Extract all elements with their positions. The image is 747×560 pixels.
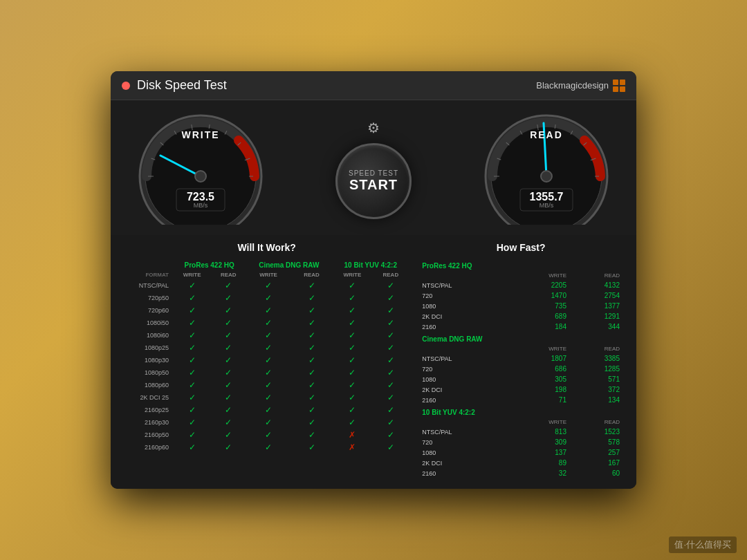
fast-write-cell: 89 [510,458,569,468]
col-group-prores: ProRes 422 HQ [173,259,246,270]
will-check-cell: ✓ [372,342,409,354]
fast-format-cell: 2160 [419,321,510,332]
fast-col-labels-row: WRITEREAD [419,418,622,427]
will-check-cell: ✓ [372,379,409,391]
will-check-cell: ✓ [173,404,211,416]
will-row: 1080p60✓✓✓✓✓✓ [124,379,409,391]
will-check-cell: ✓ [211,342,246,354]
fast-write-cell: 2205 [510,280,569,290]
fast-format-cell: 720 [419,290,510,301]
will-format-cell: 1080p50 [124,366,173,379]
brand-name: Blackmagicdesign [536,80,609,91]
fast-write-cell: 305 [510,374,569,384]
fast-format-cell: 720 [419,437,510,447]
will-check-cell: ✓ [246,354,290,366]
will-format-cell: 1080i60 [124,329,173,342]
write-gauge-container: WRITE 723.5 MB/s [131,114,270,225]
will-row: 2160p50✓✓✓✓✗✓ [124,429,409,441]
fast-write-cell: 1807 [510,353,569,364]
fast-col-label: READ [569,271,622,280]
write-gauge: WRITE 723.5 MB/s [131,114,270,225]
fast-read-cell: 2754 [569,290,622,301]
will-format-cell: 1080p30 [124,354,173,366]
will-row: 1080i60✓✓✓✓✓✓ [124,329,409,342]
settings-icon[interactable]: ⚙ [367,120,380,136]
fast-read-cell: 578 [569,437,622,447]
how-fast-table: ProRes 422 HQWRITEREADNTSC/PAL2205413272… [419,259,622,478]
fast-col-label: WRITE [510,271,569,280]
will-check-cell: ✓ [372,429,409,441]
fast-read-cell: 1377 [569,301,622,311]
will-check-cell: ✓ [291,329,332,342]
fast-col-label [419,344,510,353]
will-check-cell: ✓ [211,329,246,342]
will-check-cell: ✓ [291,416,332,429]
fast-write-cell: 32 [510,468,569,478]
fast-col-labels-row: WRITEREAD [419,344,622,353]
fast-data-row: 1080305571 [419,374,622,384]
will-check-cell: ✓ [173,429,211,441]
read-gauge-container: READ 1355.7 MB/s [477,114,616,225]
will-check-cell: ✓ [291,279,332,292]
will-check-cell: ✓ [246,304,290,317]
fast-data-row: NTSC/PAL8131523 [419,427,622,437]
will-check-cell: ✓ [211,317,246,329]
will-check-cell: ✓ [332,366,372,379]
will-check-cell: ✓ [211,379,246,391]
will-check-cell: ✓ [211,441,246,454]
will-check-cell: ✓ [246,279,290,292]
fast-group-header-row: ProRes 422 HQ [419,259,622,271]
will-check-cell: ✓ [332,404,372,416]
will-check-cell: ✓ [173,391,211,404]
will-check-cell: ✓ [291,304,332,317]
will-check-cell: ✓ [332,354,372,366]
will-check-cell: ✓ [291,354,332,366]
will-check-cell: ✓ [291,441,332,454]
will-check-cell: ✓ [211,429,246,441]
will-check-cell: ✓ [173,441,211,454]
start-button[interactable]: SPEED TEST START [335,143,412,219]
fast-read-cell: 372 [569,384,622,395]
will-check-cell: ✓ [332,304,372,317]
fast-write-cell: 686 [510,364,569,374]
fast-read-cell: 60 [569,468,622,478]
fast-read-cell: 257 [569,447,622,458]
fast-col-label: WRITE [510,344,569,353]
fast-write-cell: 198 [510,384,569,395]
close-button[interactable] [122,82,130,90]
fast-format-cell: NTSC/PAL [419,353,510,364]
fast-read-cell: 1291 [569,311,622,321]
will-check-cell: ✓ [291,391,332,404]
will-check-cell: ✓ [246,416,290,429]
svg-text:WRITE: WRITE [181,129,219,140]
will-it-work-title: Will It Work? [124,242,409,253]
fast-read-cell: 167 [569,458,622,468]
will-check-cell: ✓ [372,304,409,317]
fast-write-cell: 71 [510,395,569,405]
fast-data-row: 10807351377 [419,301,622,311]
will-check-cell: ✓ [332,329,372,342]
fast-data-row: 7206861285 [419,364,622,374]
fast-format-cell: 1080 [419,301,510,311]
will-check-cell: ✓ [211,354,246,366]
fast-write-cell: 309 [510,437,569,447]
will-check-cell: ✓ [372,317,409,329]
fast-col-label: WRITE [510,418,569,427]
will-check-cell: ✓ [332,379,372,391]
svg-point-31 [541,171,552,182]
will-format-cell: NTSC/PAL [124,279,173,292]
will-check-cell: ✓ [211,391,246,404]
will-format-cell: 2160p25 [124,404,173,416]
will-check-cell: ✓ [372,279,409,292]
fast-data-row: 21603260 [419,468,622,478]
will-check-cell: ✓ [372,366,409,379]
fast-format-cell: 2K DCI [419,311,510,321]
fast-data-row: 720309578 [419,437,622,447]
will-check-cell: ✓ [291,292,332,304]
will-row: 1080i50✓✓✓✓✓✓ [124,317,409,329]
fast-read-cell: 4132 [569,280,622,290]
fast-col-label: READ [569,344,622,353]
will-check-cell: ✓ [173,304,211,317]
fast-read-cell: 571 [569,374,622,384]
svg-text:723.5: 723.5 [187,191,214,203]
